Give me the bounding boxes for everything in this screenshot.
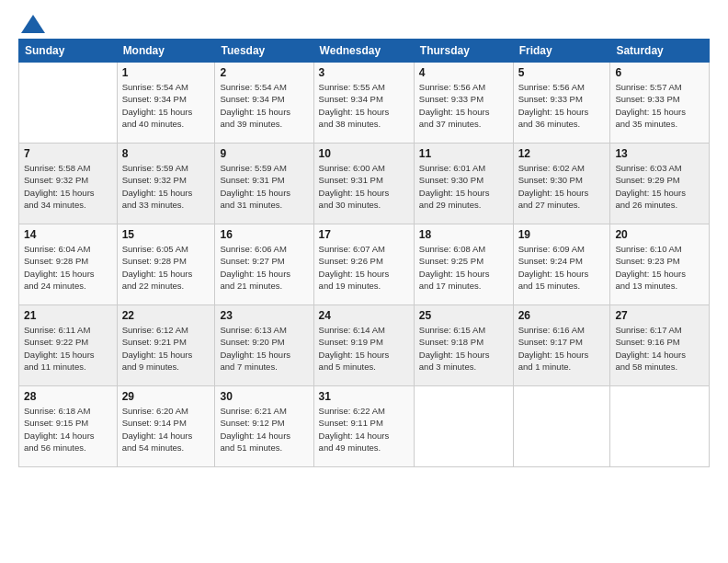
calendar-cell [610, 386, 710, 467]
day-number: 30 [220, 390, 308, 403]
weekday-header-friday: Friday [513, 40, 610, 63]
day-info: Sunrise: 6:04 AM Sunset: 9:28 PM Dayligh… [24, 243, 112, 292]
day-number: 5 [518, 66, 606, 79]
calendar-table: SundayMondayTuesdayWednesdayThursdayFrid… [18, 39, 710, 467]
day-number: 20 [615, 228, 704, 241]
day-info: Sunrise: 6:17 AM Sunset: 9:16 PM Dayligh… [615, 324, 704, 373]
day-number: 12 [518, 147, 606, 160]
day-number: 6 [615, 66, 704, 79]
calendar-cell: 8Sunrise: 5:59 AM Sunset: 9:32 PM Daylig… [117, 144, 215, 224]
day-number: 10 [319, 147, 409, 160]
logo [18, 17, 45, 29]
day-number: 19 [518, 228, 606, 241]
day-number: 26 [518, 309, 606, 322]
calendar-cell: 3Sunrise: 5:55 AM Sunset: 9:34 PM Daylig… [313, 63, 414, 144]
calendar-cell: 20Sunrise: 6:10 AM Sunset: 9:23 PM Dayli… [610, 224, 710, 305]
day-number: 29 [122, 390, 210, 403]
calendar-cell [414, 386, 513, 467]
day-info: Sunrise: 6:10 AM Sunset: 9:23 PM Dayligh… [615, 243, 704, 292]
calendar-cell: 27Sunrise: 6:17 AM Sunset: 9:16 PM Dayli… [610, 305, 710, 386]
day-info: Sunrise: 6:08 AM Sunset: 9:25 PM Dayligh… [419, 243, 508, 292]
day-number: 4 [419, 66, 508, 79]
calendar-cell [513, 386, 610, 467]
header [18, 17, 710, 29]
day-info: Sunrise: 6:00 AM Sunset: 9:31 PM Dayligh… [319, 162, 409, 211]
day-info: Sunrise: 6:03 AM Sunset: 9:29 PM Dayligh… [615, 162, 704, 211]
day-number: 2 [220, 66, 308, 79]
day-info: Sunrise: 5:56 AM Sunset: 9:33 PM Dayligh… [518, 81, 606, 130]
calendar-cell: 15Sunrise: 6:05 AM Sunset: 9:28 PM Dayli… [117, 224, 215, 305]
day-number: 11 [419, 147, 508, 160]
day-info: Sunrise: 6:18 AM Sunset: 9:15 PM Dayligh… [24, 405, 112, 454]
day-info: Sunrise: 5:58 AM Sunset: 9:32 PM Dayligh… [24, 162, 112, 211]
calendar-cell: 5Sunrise: 5:56 AM Sunset: 9:33 PM Daylig… [513, 63, 610, 144]
calendar-cell: 23Sunrise: 6:13 AM Sunset: 9:20 PM Dayli… [215, 305, 313, 386]
weekday-header-saturday: Saturday [610, 40, 710, 63]
day-info: Sunrise: 6:09 AM Sunset: 9:24 PM Dayligh… [518, 243, 606, 292]
weekday-header-wednesday: Wednesday [313, 40, 414, 63]
day-number: 22 [122, 309, 210, 322]
calendar-cell: 2Sunrise: 5:54 AM Sunset: 9:34 PM Daylig… [215, 63, 313, 144]
week-row-5: 28Sunrise: 6:18 AM Sunset: 9:15 PM Dayli… [19, 386, 710, 467]
calendar-cell: 4Sunrise: 5:56 AM Sunset: 9:33 PM Daylig… [414, 63, 513, 144]
day-info: Sunrise: 5:55 AM Sunset: 9:34 PM Dayligh… [319, 81, 409, 130]
day-info: Sunrise: 6:20 AM Sunset: 9:14 PM Dayligh… [122, 405, 210, 454]
day-info: Sunrise: 6:22 AM Sunset: 9:11 PM Dayligh… [319, 405, 409, 454]
day-number: 24 [319, 309, 409, 322]
day-info: Sunrise: 5:57 AM Sunset: 9:33 PM Dayligh… [615, 81, 704, 130]
calendar-cell: 18Sunrise: 6:08 AM Sunset: 9:25 PM Dayli… [414, 224, 513, 305]
day-number: 18 [419, 228, 508, 241]
calendar-cell: 1Sunrise: 5:54 AM Sunset: 9:34 PM Daylig… [117, 63, 215, 144]
calendar-cell: 28Sunrise: 6:18 AM Sunset: 9:15 PM Dayli… [19, 386, 118, 467]
day-number: 17 [319, 228, 409, 241]
day-number: 31 [319, 390, 409, 403]
calendar-cell: 6Sunrise: 5:57 AM Sunset: 9:33 PM Daylig… [610, 63, 710, 144]
calendar-cell: 7Sunrise: 5:58 AM Sunset: 9:32 PM Daylig… [19, 144, 118, 224]
day-number: 23 [220, 309, 308, 322]
weekday-header-sunday: Sunday [19, 40, 118, 63]
calendar-cell: 25Sunrise: 6:15 AM Sunset: 9:18 PM Dayli… [414, 305, 513, 386]
calendar-cell: 10Sunrise: 6:00 AM Sunset: 9:31 PM Dayli… [313, 144, 414, 224]
day-info: Sunrise: 5:59 AM Sunset: 9:31 PM Dayligh… [220, 162, 308, 211]
logo-icon [21, 15, 45, 33]
day-info: Sunrise: 6:16 AM Sunset: 9:17 PM Dayligh… [518, 324, 606, 373]
day-info: Sunrise: 6:12 AM Sunset: 9:21 PM Dayligh… [122, 324, 210, 373]
day-number: 7 [24, 147, 112, 160]
day-info: Sunrise: 5:59 AM Sunset: 9:32 PM Dayligh… [122, 162, 210, 211]
day-info: Sunrise: 6:13 AM Sunset: 9:20 PM Dayligh… [220, 324, 308, 373]
day-number: 15 [122, 228, 210, 241]
day-info: Sunrise: 6:05 AM Sunset: 9:28 PM Dayligh… [122, 243, 210, 292]
day-number: 28 [24, 390, 112, 403]
calendar-cell: 19Sunrise: 6:09 AM Sunset: 9:24 PM Dayli… [513, 224, 610, 305]
weekday-header-tuesday: Tuesday [215, 40, 313, 63]
calendar-cell: 12Sunrise: 6:02 AM Sunset: 9:30 PM Dayli… [513, 144, 610, 224]
day-info: Sunrise: 5:54 AM Sunset: 9:34 PM Dayligh… [220, 81, 308, 130]
day-info: Sunrise: 5:56 AM Sunset: 9:33 PM Dayligh… [419, 81, 508, 130]
calendar-cell: 16Sunrise: 6:06 AM Sunset: 9:27 PM Dayli… [215, 224, 313, 305]
calendar-cell: 24Sunrise: 6:14 AM Sunset: 9:19 PM Dayli… [313, 305, 414, 386]
calendar-cell: 21Sunrise: 6:11 AM Sunset: 9:22 PM Dayli… [19, 305, 118, 386]
week-row-2: 7Sunrise: 5:58 AM Sunset: 9:32 PM Daylig… [19, 144, 710, 224]
calendar-cell [19, 63, 118, 144]
day-info: Sunrise: 6:01 AM Sunset: 9:30 PM Dayligh… [419, 162, 508, 211]
day-info: Sunrise: 6:11 AM Sunset: 9:22 PM Dayligh… [24, 324, 112, 373]
calendar-cell: 14Sunrise: 6:04 AM Sunset: 9:28 PM Dayli… [19, 224, 118, 305]
day-number: 1 [122, 66, 210, 79]
day-number: 3 [319, 66, 409, 79]
calendar-cell: 11Sunrise: 6:01 AM Sunset: 9:30 PM Dayli… [414, 144, 513, 224]
calendar-cell: 9Sunrise: 5:59 AM Sunset: 9:31 PM Daylig… [215, 144, 313, 224]
day-info: Sunrise: 5:54 AM Sunset: 9:34 PM Dayligh… [122, 81, 210, 130]
week-row-3: 14Sunrise: 6:04 AM Sunset: 9:28 PM Dayli… [19, 224, 710, 305]
calendar-cell: 13Sunrise: 6:03 AM Sunset: 9:29 PM Dayli… [610, 144, 710, 224]
day-number: 8 [122, 147, 210, 160]
day-info: Sunrise: 6:21 AM Sunset: 9:12 PM Dayligh… [220, 405, 308, 454]
day-number: 16 [220, 228, 308, 241]
day-number: 25 [419, 309, 508, 322]
day-number: 9 [220, 147, 308, 160]
day-info: Sunrise: 6:07 AM Sunset: 9:26 PM Dayligh… [319, 243, 409, 292]
calendar-cell: 17Sunrise: 6:07 AM Sunset: 9:26 PM Dayli… [313, 224, 414, 305]
calendar-cell: 26Sunrise: 6:16 AM Sunset: 9:17 PM Dayli… [513, 305, 610, 386]
calendar-cell: 22Sunrise: 6:12 AM Sunset: 9:21 PM Dayli… [117, 305, 215, 386]
day-info: Sunrise: 6:02 AM Sunset: 9:30 PM Dayligh… [518, 162, 606, 211]
week-row-4: 21Sunrise: 6:11 AM Sunset: 9:22 PM Dayli… [19, 305, 710, 386]
